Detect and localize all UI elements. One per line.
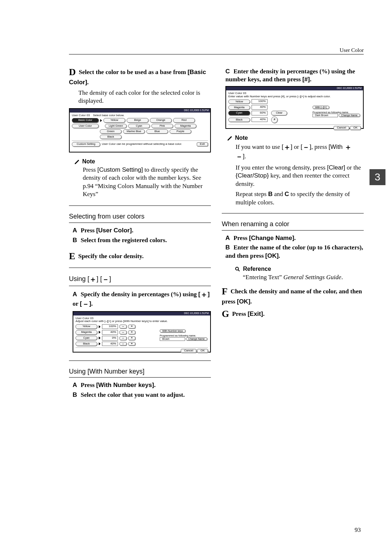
minus-button[interactable]: – [119, 336, 127, 340]
tab-basic-color[interactable]: Basic Color [72, 118, 99, 122]
color-cyan[interactable]: Cyan [128, 124, 150, 128]
arrow-right-icon [100, 119, 102, 122]
step-d-text-b: . [87, 79, 89, 86]
color-beige[interactable]: Beige [127, 118, 148, 122]
step-d: D Select the color to be used as a base … [69, 66, 211, 87]
pm-step-a: A Specify the density in percentages (%)… [73, 290, 211, 309]
color-green[interactable]: Green [100, 129, 122, 134]
custom-note: User Color can be programmed without sel… [102, 142, 182, 146]
minus-button[interactable]: – [119, 330, 127, 334]
color-purple[interactable]: Purple [170, 129, 191, 134]
color-lightgreen[interactable]: Light Green [105, 124, 127, 128]
rename-step-a: A Press [Change Name]. [225, 234, 364, 242]
row-yellow[interactable]: Yellow [228, 99, 250, 104]
shot3-titlebar: DEC 22,2003 1:51PM [226, 87, 363, 90]
note-1-body: Press [Custom Setting] to directly speci… [83, 166, 211, 199]
step-e-text: Specify the color density. [78, 253, 144, 260]
screenshot-numberkeys: DEC 22,2003 1:51PM User Color 03 Enter v… [225, 86, 364, 129]
screenshot-basic-color: DEC 22,2003 1:51PM User Color 03 Select … [69, 108, 211, 152]
left-column: D Select the color to be used as a base … [69, 66, 211, 400]
registered-name: Dark Brown [313, 114, 338, 117]
step-f: F Check the density and name of the colo… [222, 285, 364, 306]
cancel-button[interactable]: Cancel [334, 126, 349, 130]
svg-point-0 [236, 267, 238, 270]
shot2-titlebar: DEC 22,2003 1:51PM [73, 312, 210, 315]
pencil-icon [74, 159, 79, 164]
arrow-icon [99, 325, 101, 328]
step-d-letter: D [69, 66, 76, 78]
with-plusminus-button[interactable]: With [–][+] [313, 106, 329, 109]
change-name-button[interactable]: Change Name [339, 114, 360, 117]
tab-user-color[interactable]: User Color [72, 124, 99, 128]
row-black[interactable]: Black [228, 118, 250, 122]
plus-button[interactable]: + [128, 330, 135, 334]
row-magenta[interactable]: Magenta [75, 330, 97, 334]
val-magenta: 40% [252, 105, 268, 110]
color-yellow[interactable]: Yellow [103, 118, 125, 122]
step-g-letter: G [222, 308, 229, 320]
shot1-hint: Select base color below. [93, 114, 124, 117]
custom-setting-ref: [Custom Setting] [97, 166, 143, 173]
sec-selecting-title: Selecting from user colors [69, 212, 211, 221]
val-black: 40% [252, 117, 268, 122]
sec-numberkeys-title: Using [With Number keys] [69, 367, 211, 376]
reference-body: “Entering Text” General Settings Guide. [243, 273, 364, 281]
color-magenta[interactable]: Magenta [175, 124, 196, 128]
color-pink[interactable]: Pink [151, 124, 173, 128]
color-black[interactable]: Black [100, 135, 122, 139]
val-magenta: 40% [102, 330, 118, 335]
ok-ref2: [OK] [237, 298, 250, 305]
svg-line-1 [238, 270, 240, 271]
row-yellow[interactable]: Yellow [75, 324, 97, 329]
with-number-keys-button[interactable]: With Number keys [160, 329, 185, 333]
plus-button[interactable]: + [128, 342, 135, 346]
clear-stop-ref: {Clear/Stop} [236, 172, 269, 179]
note-2-p1: If you want to use [＋] or [－], press [Wi… [236, 142, 364, 162]
pencil-icon [227, 135, 232, 140]
color-blue[interactable]: Blue [146, 129, 168, 134]
hash-button[interactable]: # [271, 117, 278, 123]
plus-button[interactable]: + [128, 336, 135, 340]
ok-button[interactable]: OK [197, 349, 208, 353]
color-red[interactable]: Red [173, 118, 195, 122]
ok-button[interactable]: OK [350, 126, 361, 130]
chapter-tab: 3 [369, 169, 385, 185]
registered-label: Programmed as following name. [160, 334, 207, 337]
row-cyan[interactable]: Cyan [228, 111, 250, 115]
right-column: C Enter the density in percentages (%) u… [222, 66, 364, 400]
magnifier-icon [235, 266, 240, 272]
step-f-letter: F [222, 285, 228, 298]
clear-button[interactable]: Clear [271, 111, 287, 115]
minus-button[interactable]: – [119, 342, 127, 346]
page-number: 93 [355, 526, 361, 534]
step-d-text-a: Select the color to be used as a base fr… [79, 69, 188, 76]
val-cyan: 60% [252, 111, 268, 115]
row-black[interactable]: Black [75, 342, 97, 346]
cancel-button[interactable]: Cancel [181, 349, 196, 353]
color-orange[interactable]: Orange [150, 118, 172, 122]
minus-button[interactable]: – [119, 325, 127, 329]
row-magenta[interactable]: Magenta [228, 105, 250, 110]
step-g: G Press [Exit]. [222, 308, 364, 320]
color-marineblue[interactable]: Marine Blue [123, 129, 145, 134]
note-1-heading: Note [74, 158, 211, 165]
plus-button[interactable]: + [128, 325, 135, 329]
with-number-keys-ref2: [With Number keys] [96, 382, 154, 388]
sel-step-a: A Press [User Color]. [73, 227, 211, 235]
user-color-ref: [User Color] [96, 227, 132, 234]
shot1-titlebar: DEC 22,2003 1:51PM [70, 109, 210, 113]
custom-setting-button[interactable]: Custom Setting [72, 142, 100, 146]
exit-button[interactable]: Exit [197, 142, 208, 146]
num-step-a: A Press [With Number keys]. [73, 381, 211, 389]
shot1-window-title: User Color 03 [72, 114, 90, 117]
val-black: 40% [102, 342, 118, 346]
step-e-letter: E [69, 250, 75, 262]
change-name-ref: [Change Name] [249, 235, 294, 241]
arrow-icon [99, 331, 101, 334]
change-name-button[interactable]: Change Name [186, 337, 207, 341]
row-cyan[interactable]: Cyan [75, 336, 97, 340]
clear-ref: [Clear] [327, 164, 345, 171]
minus-icon: － [102, 275, 109, 283]
num-step-c: C Enter the density in percentages (%) u… [225, 68, 364, 84]
screenshot-plusminus: DEC 22,2003 1:51PM User Color 03 Adjust … [73, 311, 211, 353]
